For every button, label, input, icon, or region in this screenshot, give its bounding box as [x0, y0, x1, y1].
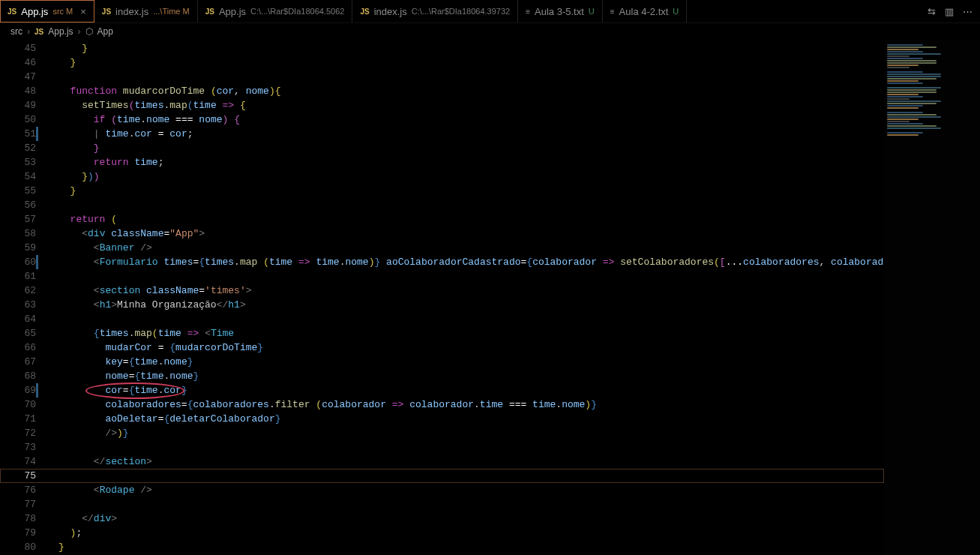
fold-gutter[interactable]	[45, 355, 58, 369]
line-content[interactable]	[58, 198, 884, 212]
code-line[interactable]: 57 return (	[0, 212, 884, 226]
fold-gutter[interactable]	[45, 212, 58, 226]
line-content[interactable]: key={time.nome}	[58, 355, 884, 369]
fold-gutter[interactable]	[45, 526, 58, 540]
code-line[interactable]: 72 />)}	[0, 426, 884, 440]
fold-gutter[interactable]	[45, 241, 58, 255]
line-content[interactable]: <div className="App">	[58, 226, 884, 241]
line-content[interactable]: {times.map(time => <Time	[58, 326, 884, 340]
close-icon[interactable]: ×	[80, 6, 86, 17]
code-line[interactable]: 58 <div className="App">	[0, 226, 884, 241]
line-content[interactable]: );	[58, 526, 884, 540]
code-line[interactable]: 76 <Rodape />	[0, 483, 884, 497]
fold-gutter[interactable]	[45, 454, 58, 469]
fold-gutter[interactable]	[45, 155, 58, 170]
editor-tab[interactable]: ≡Aula 3-5.txtU	[518, 0, 603, 22]
line-content[interactable]: if (time.nome === nome) {	[58, 112, 884, 127]
line-content[interactable]	[58, 70, 884, 84]
code-line[interactable]: 70 colaboradores={colaboradores.filter (…	[0, 398, 884, 412]
code-line[interactable]: 55 }	[0, 184, 884, 198]
fold-gutter[interactable]	[45, 383, 58, 398]
line-content[interactable]: nome={time.nome}	[58, 369, 884, 383]
fold-gutter[interactable]	[45, 426, 58, 440]
fold-gutter[interactable]	[45, 255, 58, 269]
fold-gutter[interactable]	[45, 412, 58, 426]
fold-gutter[interactable]	[45, 440, 58, 454]
line-content[interactable]: return time;	[58, 155, 884, 170]
code-line[interactable]: 56	[0, 198, 884, 212]
line-content[interactable]	[58, 312, 884, 326]
editor-tab[interactable]: JSApp.jsC:\...\Rar$DIa18064.5062	[198, 0, 353, 22]
code-line[interactable]: 67 key={time.nome}	[0, 355, 884, 369]
code-line[interactable]: 53 return time;	[0, 155, 884, 170]
code-line[interactable]: 46 }	[0, 56, 884, 70]
fold-gutter[interactable]	[45, 512, 58, 526]
code-line[interactable]: 49 setTimes(times.map(time => {	[0, 98, 884, 112]
line-content[interactable]: <h1>Minha Organização</h1>	[58, 298, 884, 312]
code-line[interactable]: 66 mudarCor = {mudarcorDoTime}	[0, 340, 884, 355]
line-content[interactable]: />)}	[58, 426, 884, 440]
breadcrumb-file[interactable]: App.js	[48, 26, 73, 37]
line-content[interactable]	[58, 497, 884, 512]
line-content[interactable]: <Rodape />	[58, 483, 884, 497]
editor-tab[interactable]: JSindex.jsC:\...\Rar$DIa18064.39732	[352, 0, 518, 22]
code-line[interactable]: 52 }	[0, 141, 884, 155]
fold-gutter[interactable]	[45, 56, 58, 70]
code-line[interactable]: 61	[0, 269, 884, 284]
code-line[interactable]: 51 | time.cor = cor;	[0, 127, 884, 141]
code-line[interactable]: 50 if (time.nome === nome) {	[0, 112, 884, 127]
code-line[interactable]: 45 }	[0, 41, 884, 56]
line-content[interactable]	[58, 440, 884, 454]
fold-gutter[interactable]	[45, 340, 58, 355]
fold-gutter[interactable]	[45, 112, 58, 127]
line-content[interactable]: | time.cor = cor;	[58, 127, 884, 141]
fold-gutter[interactable]	[45, 184, 58, 198]
line-content[interactable]: }	[58, 540, 884, 554]
fold-gutter[interactable]	[45, 326, 58, 340]
line-content[interactable]	[58, 469, 884, 483]
fold-gutter[interactable]	[45, 369, 58, 383]
fold-gutter[interactable]	[45, 127, 58, 141]
fold-gutter[interactable]	[45, 497, 58, 512]
code-line[interactable]: 73	[0, 440, 884, 454]
split-editor-icon[interactable]: ▥	[945, 6, 954, 17]
fold-gutter[interactable]	[45, 84, 58, 98]
line-content[interactable]: setTimes(times.map(time => {	[58, 98, 884, 112]
code-line[interactable]: 64	[0, 312, 884, 326]
breadcrumb-folder[interactable]: src	[10, 26, 22, 37]
fold-gutter[interactable]	[45, 540, 58, 554]
code-line[interactable]: 63 <h1>Minha Organização</h1>	[0, 298, 884, 312]
line-content[interactable]: </div>	[58, 512, 884, 526]
fold-gutter[interactable]	[45, 170, 58, 184]
breadcrumb-symbol[interactable]: App	[97, 26, 113, 37]
line-content[interactable]: function mudarcorDoTime (cor, nome){	[58, 84, 884, 98]
code-line[interactable]: 48 function mudarcorDoTime (cor, nome){	[0, 84, 884, 98]
line-content[interactable]: }))	[58, 170, 884, 184]
code-line[interactable]: 74 </section>	[0, 454, 884, 469]
line-content[interactable]: }	[58, 41, 884, 56]
line-content[interactable]: return (	[58, 212, 884, 226]
line-content[interactable]: <Formulario times={times.map (time => ti…	[58, 255, 884, 269]
fold-gutter[interactable]	[45, 298, 58, 312]
code-line[interactable]: 54 }))	[0, 170, 884, 184]
code-line[interactable]: 80}	[0, 540, 884, 554]
code-line[interactable]: 71 aoDeletar={deletarColaborador}	[0, 412, 884, 426]
fold-gutter[interactable]	[45, 312, 58, 326]
fold-gutter[interactable]	[45, 269, 58, 284]
code-line[interactable]: 69 cor={time.cor}	[0, 383, 884, 398]
editor-tab[interactable]: JSindex.js...\Time M	[94, 0, 198, 22]
fold-gutter[interactable]	[45, 141, 58, 155]
compare-changes-icon[interactable]: ⇆	[928, 6, 936, 17]
line-content[interactable]: mudarCor = {mudarcorDoTime}	[58, 340, 884, 355]
code-line[interactable]: 68 nome={time.nome}	[0, 369, 884, 383]
code-line[interactable]: 75	[0, 469, 884, 483]
editor-tab[interactable]: ≡Aula 4-2.txtU	[603, 0, 688, 22]
fold-gutter[interactable]	[45, 70, 58, 84]
line-content[interactable]: cor={time.cor}	[58, 383, 884, 398]
code-editor[interactable]: 45 }46 }4748 function mudarcorDoTime (co…	[0, 40, 884, 555]
code-line[interactable]: 77	[0, 497, 884, 512]
line-content[interactable]	[58, 269, 884, 284]
code-line[interactable]: 60 <Formulario times={times.map (time =>…	[0, 255, 884, 269]
line-content[interactable]: </section>	[58, 454, 884, 469]
fold-gutter[interactable]	[45, 284, 58, 298]
